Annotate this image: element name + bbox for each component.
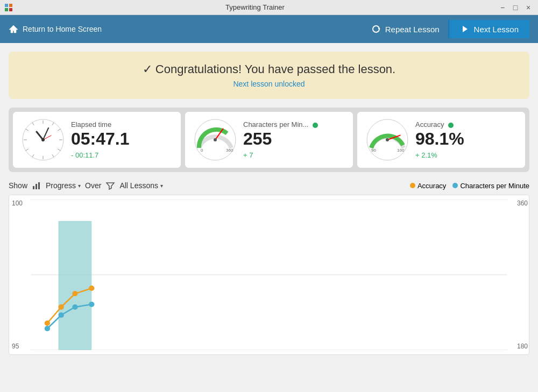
svg-text:90: 90 — [371, 148, 376, 153]
cpm-legend-dot — [452, 183, 458, 188]
svg-marker-5 — [463, 26, 468, 32]
svg-point-45 — [59, 312, 64, 318]
cpm-gauge-icon: 0 360 — [194, 118, 237, 161]
svg-rect-3 — [9, 8, 12, 11]
accuracy-status-dot — [448, 123, 454, 128]
chart-inner: 100 95 360 180 — [31, 199, 507, 350]
svg-rect-0 — [5, 4, 8, 7]
next-lesson-sub: Next lesson unlocked — [19, 80, 519, 88]
elapsed-label: Elapsed time — [71, 120, 130, 129]
svg-rect-1 — [9, 4, 12, 7]
lessons-chevron: ▾ — [160, 183, 163, 189]
cpm-delta: + 7 — [243, 151, 318, 159]
check-icon: ✓ — [143, 62, 152, 76]
accuracy-delta: + 2.1% — [415, 151, 464, 159]
app-icon-area — [4, 3, 13, 12]
progress-chevron: ▾ — [78, 183, 81, 189]
home-label: Return to Home Screen — [23, 25, 102, 33]
y-axis-left: 100 95 — [12, 199, 23, 350]
show-label: Show — [9, 181, 27, 190]
main-content: ✓Congratulations! You have passed the le… — [0, 43, 538, 364]
svg-rect-2 — [5, 8, 8, 11]
cpm-label: Characters per Min... — [243, 120, 308, 129]
nav-bar: Return to Home Screen Repeat Lesson Next… — [0, 15, 538, 43]
svg-rect-33 — [33, 186, 34, 189]
svg-point-46 — [72, 304, 77, 310]
window-title: Typewriting Trainer — [13, 3, 497, 11]
cpm-value: 255 — [243, 130, 318, 148]
svg-point-32 — [386, 138, 389, 141]
clock-icon — [22, 118, 65, 161]
svg-rect-34 — [36, 184, 37, 189]
svg-point-47 — [89, 302, 94, 307]
restore-button[interactable]: □ — [510, 2, 521, 13]
legend-accuracy: Accuracy — [410, 182, 446, 190]
close-button[interactable]: × — [523, 2, 534, 13]
accuracy-info: Accuracy 98.1% + 2.1% — [415, 120, 464, 159]
bar-chart-icon — [32, 181, 41, 190]
cpm-card: 0 360 Characters per Min... 255 + 7 — [185, 112, 353, 168]
y-axis-right: 360 180 — [517, 199, 528, 350]
svg-rect-39 — [59, 221, 92, 350]
next-icon — [460, 24, 470, 34]
accuracy-card: 90 100 Accuracy 98.1% + 2.1% — [357, 112, 525, 168]
svg-point-40 — [45, 320, 50, 326]
congrats-banner: ✓Congratulations! You have passed the le… — [9, 52, 529, 99]
svg-point-44 — [45, 326, 50, 331]
cpm-legend-label: Characters per Minute — [460, 182, 529, 190]
next-label: Next Lesson — [474, 25, 519, 34]
svg-point-27 — [214, 138, 217, 141]
cpm-info: Characters per Min... 255 + 7 — [243, 120, 318, 159]
svg-point-42 — [72, 291, 77, 296]
chart-controls-left: Show Progress ▾ Over All Lessons ▾ — [9, 181, 163, 190]
svg-text:360: 360 — [226, 148, 233, 153]
repeat-icon — [371, 24, 381, 34]
title-bar: Typewriting Trainer − □ × — [0, 0, 538, 15]
legend-cpm: Characters per Minute — [452, 182, 529, 190]
accuracy-label: Accuracy — [415, 120, 444, 129]
home-icon — [9, 24, 18, 34]
elapsed-time-card: Elapsed time 05:47.1 - 00:11.7 — [13, 112, 181, 168]
chart-header: Show Progress ▾ Over All Lessons ▾ — [9, 181, 529, 190]
svg-text:100: 100 — [397, 148, 405, 153]
elapsed-delta: - 00:11.7 — [71, 151, 130, 159]
repeat-lesson-button[interactable]: Repeat Lesson — [363, 20, 448, 38]
minimize-button[interactable]: − — [497, 2, 508, 13]
stats-container: Elapsed time 05:47.1 - 00:11.7 0 360 — [9, 108, 529, 172]
chart-svg — [31, 199, 507, 350]
window-controls: − □ × — [497, 2, 534, 13]
elapsed-time-info: Elapsed time 05:47.1 - 00:11.7 — [71, 120, 130, 159]
repeat-label: Repeat Lesson — [385, 25, 440, 34]
chart-area: 100 95 360 180 — [9, 195, 529, 355]
filter-icon — [105, 181, 115, 190]
elapsed-value: 05:47.1 — [71, 130, 130, 148]
accuracy-gauge-icon: 90 100 — [366, 118, 409, 161]
chart-legend: Accuracy Characters per Minute — [410, 182, 529, 190]
all-lessons-dropdown[interactable]: All Lessons ▾ — [119, 181, 163, 190]
app-icon — [4, 3, 13, 12]
progress-dropdown[interactable]: Progress ▾ — [46, 181, 81, 190]
svg-point-41 — [59, 304, 64, 310]
home-button[interactable]: Return to Home Screen — [9, 24, 102, 34]
svg-point-43 — [89, 286, 94, 291]
accuracy-legend-dot — [410, 183, 415, 188]
next-lesson-button[interactable]: Next Lesson — [448, 20, 529, 38]
svg-point-22 — [41, 138, 45, 141]
cpm-status-dot — [313, 123, 318, 128]
congrats-title: ✓Congratulations! You have passed the le… — [19, 62, 519, 76]
accuracy-value: 98.1% — [415, 130, 464, 148]
accuracy-legend-label: Accuracy — [417, 182, 446, 190]
svg-rect-35 — [38, 182, 40, 189]
svg-text:0: 0 — [201, 148, 203, 153]
